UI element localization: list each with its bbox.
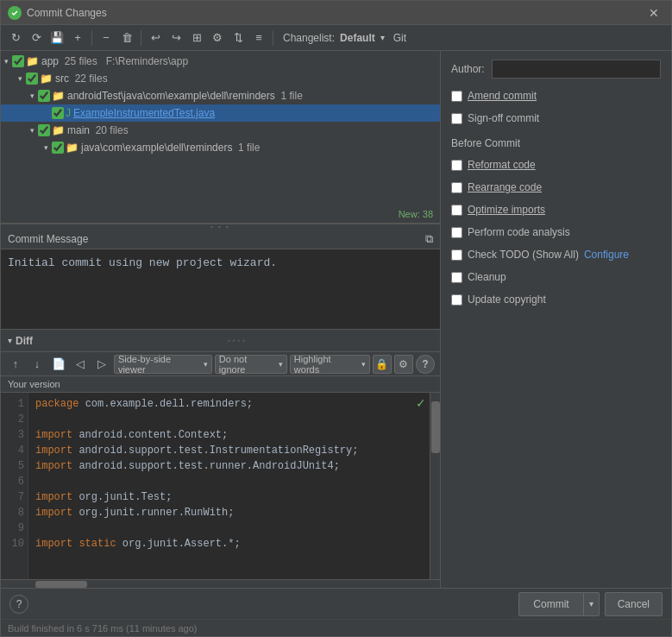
undo-btn[interactable]: ↩ [146,28,165,47]
diff-toolbar: ↑ ↓ 📄 ◁ ▷ Side-by-side viewer ▾ Do not i… [1,352,440,376]
delete-btn[interactable]: 🗑 [117,28,136,47]
cleanup-label[interactable]: Cleanup [468,271,506,283]
cancel-button[interactable]: Cancel [605,592,663,616]
remove-btn[interactable]: − [97,28,116,47]
sort-btn[interactable]: ⇅ [229,28,248,47]
diff-up-btn[interactable]: ↑ [6,355,25,374]
cleanup-checkbox[interactable] [451,272,462,283]
redo-btn[interactable]: ↪ [166,28,185,47]
viewer-dropdown[interactable]: Side-by-side viewer ▾ [114,355,212,374]
window-title: Commit Changes [27,7,644,19]
sep1 [91,30,92,46]
tree-arrow-java: ▾ [44,143,48,152]
settings2-btn[interactable]: ⚙ [394,355,413,374]
h-scrollbar[interactable] [1,579,440,588]
diff-collapse-arrow[interactable]: ▾ [8,336,12,345]
analyze-checkbox[interactable] [451,227,462,238]
commit-dropdown-btn[interactable]: ▾ [584,592,600,616]
signoff-label[interactable]: Sign-off commit [468,112,539,124]
status-bar-text: Build finished in 6 s 716 ms (11 minutes… [8,623,198,634]
rearrange-label[interactable]: Rearrange code [468,181,542,193]
tree-item-app[interactable]: ▾ 📁 app 25 files F:\Reminders\app [1,53,440,70]
viewer-label: Side-by-side viewer [118,354,201,375]
filter-btn[interactable]: ≡ [249,28,268,47]
highlight-label: Highlight words [294,354,359,375]
todo-checkbox[interactable] [451,249,462,261]
todo-label[interactable]: Check TODO (Show All) [468,249,579,261]
main-toolbar: ↻ ⟳ 💾 + − 🗑 ↩ ↪ ⊞ ⚙ ⇅ ≡ Changelist: Defa… [1,25,671,51]
copy-icon[interactable]: ⧉ [425,232,433,246]
green-check-icon: ✓ [416,396,426,410]
copyright-checkbox[interactable] [451,294,462,306]
git-label: Git [393,32,406,44]
analyze-label[interactable]: Perform code analysis [468,226,570,238]
configure-link[interactable]: Configure [584,249,629,261]
viewer-arrow: ▾ [204,360,208,369]
tree-label-main: main 20 files [67,124,129,136]
sync-btn[interactable]: ⟳ [27,28,46,47]
ignore-dropdown[interactable]: Do not ignore ▾ [215,355,287,374]
diff-scrollbar[interactable] [430,393,440,579]
tree-check-src[interactable] [26,73,38,85]
line-num-1: 1 [4,396,24,412]
signoff-checkbox[interactable] [451,113,462,124]
author-input[interactable] [492,60,661,79]
copyright-label[interactable]: Update copyright [468,293,546,306]
amend-label-text: Amend commit [468,90,537,102]
commit-button[interactable]: Commit [518,592,583,616]
diff-back-btn[interactable]: ◁ [71,355,90,374]
reformat-checkbox[interactable] [451,160,462,171]
tree-check-androidtest[interactable] [38,90,50,102]
help-button[interactable]: ? [9,595,28,614]
code-line-1: package com.example.dell.reminders; [35,396,423,412]
commit-btn-group: Commit ▾ [518,592,599,616]
diff-fwd-btn[interactable]: ▷ [92,355,111,374]
tree-check-main[interactable] [38,124,50,136]
rearrange-checkbox[interactable] [451,182,462,193]
cleanup-row: Cleanup [451,268,661,286]
h-scrollbar-thumb[interactable] [35,581,87,588]
lock-btn[interactable]: 🔒 [373,355,392,374]
tree-check-java[interactable] [52,142,64,154]
rearrange-label-text: Rearrange code [468,181,542,193]
title-bar: Commit Changes ✕ [1,1,671,25]
diff-file-btn[interactable]: 📄 [49,355,68,374]
commit-msg-label: Commit Message [8,233,88,245]
tree-item-example-test[interactable]: ▸ J ExampleInstrumentedTest.java [1,104,440,122]
code-content: package com.example.dell.reminders; impo… [28,393,430,579]
settings-btn[interactable]: ⚙ [208,28,227,47]
save-btn[interactable]: 💾 [47,28,66,47]
diff-down-btn[interactable]: ↓ [28,355,47,374]
optimize-checkbox[interactable] [451,205,462,216]
file-tree[interactable]: ▾ 📁 app 25 files F:\Reminders\app ▾ 📁 sr… [1,51,440,224]
help2-btn[interactable]: ? [416,355,435,374]
diff-btn[interactable]: ⊞ [187,28,206,47]
highlight-dropdown[interactable]: Highlight words ▾ [290,355,370,374]
new-count: New: 38 [399,209,433,219]
add-btn[interactable]: + [68,28,87,47]
amend-checkbox[interactable] [451,91,462,102]
line-num-8: 8 [4,505,24,520]
tree-folder-icon-androidtest: 📁 [52,90,65,102]
reformat-label[interactable]: Reformat code [468,159,536,171]
tree-item-src[interactable]: ▾ 📁 src 22 files [1,70,440,87]
close-button[interactable]: ✕ [644,4,664,22]
line-num-2: 2 [4,412,24,427]
tree-item-androidtest[interactable]: ▾ 📁 androidTest\java\com\example\dell\re… [1,87,440,104]
tree-check-app[interactable] [12,55,24,67]
status-bar: Build finished in 6 s 716 ms (11 minutes… [1,619,671,636]
tree-item-java[interactable]: ▾ 📁 java\com\example\dell\reminders 1 fi… [1,139,440,156]
diff-scrollbar-thumb[interactable] [431,401,440,453]
changelist-arrow[interactable]: ▾ [380,33,385,42]
tree-item-main[interactable]: ▾ 📁 main 20 files [1,122,440,139]
tree-label-java: java\com\example\dell\reminders 1 file [81,142,260,154]
tree-check-example[interactable] [52,107,64,119]
refresh-btn[interactable]: ↻ [6,28,25,47]
signoff-label-text: Sign-off commit [468,112,539,124]
commit-msg-input[interactable]: Initial commit using new project wizard. [1,249,440,329]
copyright-row: Update copyright [451,291,661,308]
optimize-label[interactable]: Optimize imports [468,204,545,216]
amend-label[interactable]: Amend commit [468,90,537,102]
line-num-3: 3 [4,427,24,443]
tree-folder-icon-java: 📁 [66,142,79,154]
